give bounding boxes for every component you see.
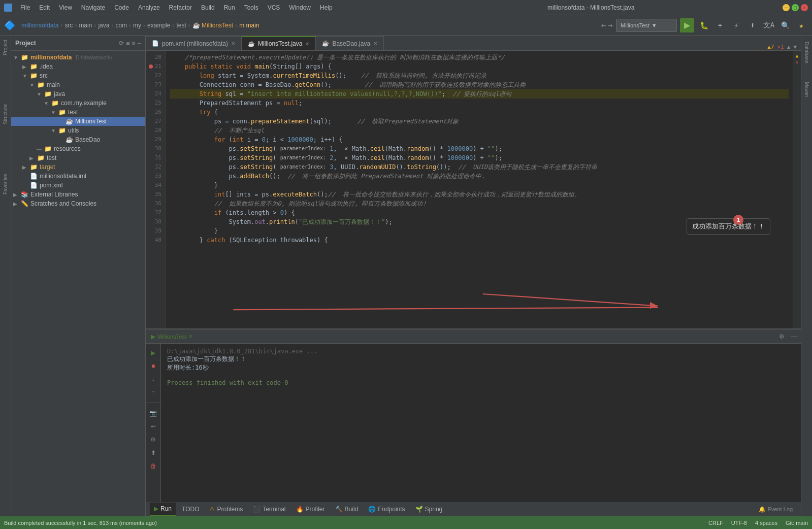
favorites-tab[interactable]: Favorites — [2, 170, 9, 199]
minimize-button[interactable]: — — [783, 4, 790, 11]
settings-button[interactable]: ★ — [795, 19, 808, 32]
tab-pom-xml[interactable]: 📄 pom.xml (millionsofdata) ✕ — [146, 36, 242, 50]
run-minimize-button[interactable]: — — [789, 332, 799, 342]
menu-bar[interactable]: File Edit View Navigate Code Analyze Ref… — [16, 3, 400, 12]
clear-button[interactable]: 🗑 — [148, 461, 158, 471]
tree-item-scratches[interactable]: ▶ ✏️ Scratches and Consoles — [11, 199, 145, 208]
menu-window[interactable]: Window — [285, 3, 315, 12]
bottom-tab-problems[interactable]: ⚠ Problems — [205, 503, 247, 516]
menu-refactor[interactable]: Refactor — [165, 3, 196, 12]
tree-item-package[interactable]: ▼ 📁 com.my.example — [11, 98, 145, 108]
back-button[interactable]: ← — [601, 20, 606, 30]
statusbar-crlf[interactable]: CRLF — [708, 520, 723, 526]
statusbar-encoding[interactable]: UTF-8 — [731, 520, 747, 526]
bottom-tab-spring[interactable]: 🌱 Spring — [411, 503, 447, 516]
run-tab-close[interactable]: ✕ — [188, 334, 192, 339]
editor-nav-down[interactable]: ▼ — [793, 44, 797, 50]
profile-button[interactable]: ⚡ — [730, 19, 743, 32]
scroll-to-end-button[interactable]: ↓ — [148, 374, 158, 384]
maximize-button[interactable]: □ — [792, 4, 799, 11]
debug-button[interactable]: 🐛 — [697, 19, 710, 32]
tab-basedao-close[interactable]: ✕ — [373, 41, 377, 46]
breadcrumb-item-6[interactable]: example — [147, 22, 170, 29]
hide-icon[interactable]: – — [138, 40, 141, 47]
coverage-button[interactable]: ☂ — [713, 19, 727, 32]
run-button[interactable]: ▶ — [680, 18, 694, 32]
tree-item-src[interactable]: ▼ 📁 src — [11, 71, 145, 80]
breadcrumb-item-1[interactable]: src — [64, 22, 73, 29]
breadcrumb-item-4[interactable]: com — [115, 22, 127, 29]
gutter-error[interactable]: ✕ — [795, 59, 798, 65]
structure-tab[interactable]: Structure — [2, 100, 9, 129]
collapse-icon[interactable]: ≡ — [126, 40, 129, 47]
breadcrumb-item-9[interactable]: m main — [239, 22, 259, 29]
menu-run[interactable]: Run — [220, 3, 239, 12]
tree-item-test[interactable]: ▶ 📁 test — [11, 153, 145, 162]
gutter-warning[interactable]: ▲ — [795, 53, 798, 58]
tab-pom-close[interactable]: ✕ — [231, 41, 235, 46]
bottom-tab-profiler[interactable]: 🔥 Profiler — [292, 503, 329, 516]
tree-item-root[interactable]: ▼ 📁 millionsofdata D:\idealastwork\ — [11, 53, 145, 62]
forward-button[interactable]: → — [608, 20, 613, 30]
breadcrumb-item-5[interactable]: my — [133, 22, 141, 29]
menu-view[interactable]: View — [55, 3, 76, 12]
bottom-tab-run[interactable]: ▶ Run — [150, 503, 176, 516]
snapshot-button[interactable]: 📷 — [148, 408, 158, 418]
menu-code[interactable]: Code — [110, 3, 133, 12]
menu-edit[interactable]: Edit — [35, 3, 54, 12]
bottom-tab-build[interactable]: 🔨 Build — [331, 503, 363, 516]
tree-item-iml[interactable]: 📄 millionsofdata.iml — [11, 172, 145, 181]
bottom-tab-todo[interactable]: TODO — [178, 503, 203, 516]
run-config-selector[interactable]: MillionsTest ▼ — [616, 19, 677, 32]
up-button2[interactable]: ⬆ — [148, 448, 158, 458]
run-settings-button[interactable]: ⚙ — [776, 332, 787, 342]
stop-button[interactable]: ■ — [148, 361, 158, 371]
maven-tab[interactable]: Maven — [803, 78, 810, 101]
scroll-up-button[interactable]: ↑ — [148, 387, 158, 398]
project-tab[interactable]: Project — [2, 36, 9, 59]
code-content[interactable]: /*preparedStatement.executeUpdate() 是一条一… — [166, 51, 793, 328]
vcs-update-button[interactable]: ⬆ — [746, 19, 759, 32]
menu-vcs[interactable]: VCS — [264, 3, 284, 12]
breadcrumb-item-2[interactable]: main — [79, 22, 92, 29]
breadcrumb-item-7[interactable]: test — [176, 22, 186, 29]
menu-help[interactable]: Help — [316, 3, 337, 12]
run-tab-button[interactable]: ▶ MillionsTest ✕ — [148, 331, 196, 342]
tree-item-pom[interactable]: 📄 pom.xml — [11, 181, 145, 190]
tree-item-main[interactable]: ▼ 📁 main — [11, 80, 145, 89]
window-controls[interactable]: — □ ✕ — [783, 4, 808, 11]
bottom-tab-terminal[interactable]: ⬛ Terminal — [249, 503, 289, 516]
tab-millions-test[interactable]: ☕ MillionsTest.java ✕ — [242, 36, 316, 50]
tree-item-ext-libs[interactable]: ▶ 📚 External Libraries — [11, 190, 145, 199]
tab-basedao[interactable]: ☕ BaseDao.java ✕ — [316, 36, 384, 50]
tab-millions-close[interactable]: ✕ — [305, 41, 309, 47]
sync-icon[interactable]: ⟳ — [119, 40, 124, 47]
softrap-button[interactable]: ↩ — [148, 421, 158, 432]
bottom-tab-endpoints[interactable]: 🌐 Endpoints — [364, 503, 409, 516]
errors-indicator[interactable]: ✕1 — [777, 44, 784, 50]
editor-nav-up[interactable]: ▲ — [787, 44, 791, 50]
search-everywhere-button[interactable]: 🔍 — [778, 19, 792, 32]
rerun-button[interactable]: ▶ — [148, 348, 158, 358]
database-tab[interactable]: Database — [803, 38, 810, 68]
tree-item-basedao[interactable]: ☕ BaseDao — [11, 135, 145, 144]
breadcrumb-item-8[interactable]: ☕ MillionsTest — [192, 22, 233, 29]
tree-item-java[interactable]: ▼ 📁 java — [11, 89, 145, 98]
breadcrumb-item-3[interactable]: java — [98, 22, 109, 29]
breadcrumb-item-0[interactable]: millionsofdata — [21, 22, 58, 29]
tree-item-utils[interactable]: ▼ 📁 utils — [11, 126, 145, 135]
statusbar-indent[interactable]: 4 spaces — [755, 520, 777, 526]
tree-item-resources[interactable]: — 📁 resources — [11, 144, 145, 153]
menu-tools[interactable]: Tools — [240, 3, 263, 12]
event-log-button[interactable]: 🔔 Event Log — [759, 506, 797, 513]
tree-item-millions-test[interactable]: ☕ MillionsTest — [11, 117, 145, 126]
settings-icon[interactable]: ⚙ — [132, 40, 136, 47]
statusbar-git[interactable]: Git: main — [786, 520, 808, 526]
menu-navigate[interactable]: Navigate — [77, 3, 109, 12]
menu-build[interactable]: Build — [197, 3, 219, 12]
tree-item-idea[interactable]: ▶ 📁 .idea — [11, 62, 145, 71]
menu-file[interactable]: File — [16, 3, 34, 12]
menu-analyze[interactable]: Analyze — [134, 3, 164, 12]
gear-button[interactable]: ⚙ — [148, 435, 158, 445]
tree-item-test-pkg[interactable]: ▼ 📁 test — [11, 108, 145, 117]
